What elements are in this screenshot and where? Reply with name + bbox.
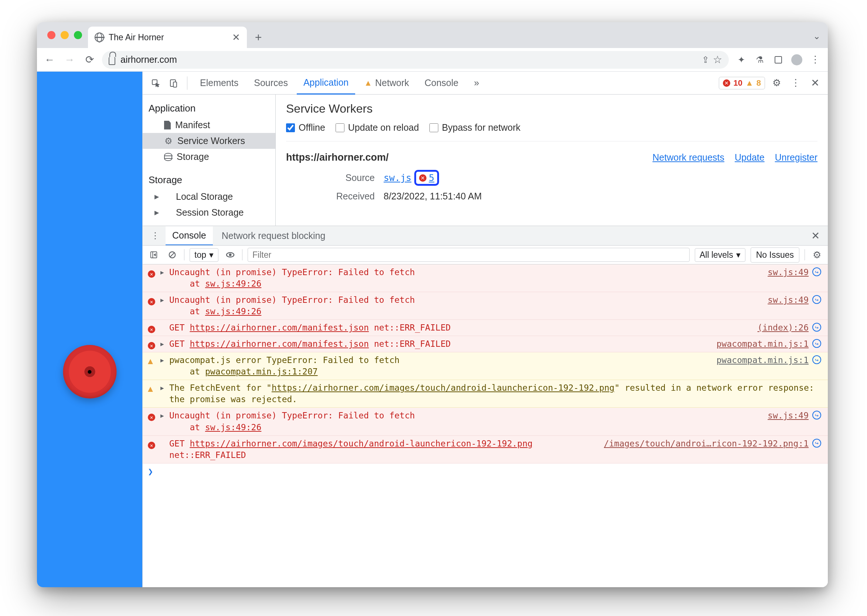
sw-source-link[interactable]: sw.js	[384, 173, 411, 183]
application-panel: Application Manifest ⚙Service Workers St…	[143, 94, 828, 226]
log-source-link[interactable]: sw.js:49	[768, 294, 809, 305]
tab-elements[interactable]: Elements	[193, 72, 245, 94]
navigate-icon[interactable]: ↪	[812, 355, 823, 364]
tabs-more-icon[interactable]: »	[467, 72, 486, 94]
console-sidebar-toggle[interactable]	[147, 248, 161, 261]
grid-icon	[164, 193, 172, 201]
navigate-icon[interactable]: ↪	[812, 322, 823, 332]
sw-options: Offline Update on reload Bypass for netw…	[286, 122, 818, 141]
sidebar-item-manifest[interactable]: Manifest	[143, 117, 275, 133]
update-on-reload-checkbox[interactable]: Update on reload	[336, 122, 419, 133]
devtools-tabs: Elements Sources Application ▲Network Co…	[143, 72, 828, 94]
extensions-icon[interactable]: ✦	[734, 52, 749, 67]
log-message: GET https://airhorner.com/images/touch/a…	[169, 438, 600, 461]
sidebar-item-session-storage[interactable]: ▶Session Storage	[143, 204, 275, 220]
drawer-tab-console[interactable]: Console	[166, 226, 213, 245]
device-toggle-icon[interactable]	[166, 79, 181, 88]
disclosure-icon[interactable]: ▶	[161, 382, 166, 391]
share-icon[interactable]: ⇪	[702, 55, 709, 65]
panel-title: Service Workers	[286, 102, 818, 116]
network-requests-link[interactable]: Network requests	[653, 152, 725, 163]
unregister-link[interactable]: Unregister	[775, 152, 818, 163]
clear-console-icon[interactable]	[166, 248, 179, 261]
minimize-window[interactable]	[61, 31, 69, 39]
log-source-link[interactable]: pwacompat.min.js:1	[717, 355, 809, 365]
airhorn-button[interactable]	[63, 345, 117, 399]
disclosure-icon[interactable]: ▶	[161, 294, 166, 303]
tab-sources[interactable]: Sources	[247, 72, 295, 94]
back-button[interactable]: ←	[42, 52, 57, 67]
app-content	[37, 72, 142, 587]
navigate-icon[interactable]: ↪	[812, 294, 823, 304]
update-link[interactable]: Update	[735, 152, 765, 163]
sidebar-item-storage[interactable]: Storage	[143, 149, 275, 165]
log-source-link[interactable]: sw.js:49	[768, 267, 809, 277]
console-warning-row: ▲▶The FetchEvent for "https://airhorner.…	[143, 380, 828, 408]
address-bar[interactable]: airhorner.com ⇪ ☆	[102, 51, 729, 69]
context-selector[interactable]: top▾	[189, 248, 218, 262]
log-source-link[interactable]: pwacompat.min.js:1	[717, 338, 809, 349]
tab-console[interactable]: Console	[418, 72, 465, 94]
disclosure-icon	[161, 438, 166, 440]
toolbar: ← → ⟳ airhorner.com ⇪ ☆ ✦ ⚗ ⋮	[37, 48, 828, 72]
tab-application[interactable]: Application	[297, 72, 355, 94]
navigate-icon[interactable]: ↪	[812, 438, 823, 448]
labs-icon[interactable]: ⚗	[752, 52, 767, 67]
sidebar-item-local-storage[interactable]: ▶Local Storage	[143, 189, 275, 204]
devtools-menu-icon[interactable]: ⋮	[788, 77, 804, 89]
log-source-link[interactable]: /images/touch/androi…ricon-192-192.png:1	[604, 438, 809, 448]
disclosure-icon[interactable]: ▶	[161, 410, 166, 419]
console-prompt[interactable]: ❯	[143, 464, 828, 480]
issue-counter[interactable]: ✕10 ▲8	[719, 77, 765, 90]
tabs-overflow-icon[interactable]: ⌄	[813, 31, 820, 41]
devtools: Elements Sources Application ▲Network Co…	[142, 72, 828, 587]
console-error-row: ✕▶Uncaught (in promise) TypeError: Faile…	[143, 264, 828, 292]
maximize-window[interactable]	[74, 31, 82, 39]
log-source-link[interactable]: (index):26	[758, 322, 809, 332]
browser-tab[interactable]: The Air Horner ✕	[88, 27, 247, 48]
issues-button[interactable]: No Issues	[750, 247, 799, 262]
toolbar-right: ✦ ⚗ ⋮	[734, 52, 823, 67]
sidebar-header-storage: Storage	[143, 171, 275, 189]
disclosure-icon[interactable]: ▶	[161, 338, 166, 347]
bookmark-icon[interactable]: ☆	[713, 53, 722, 66]
error-icon: ✕	[148, 338, 157, 349]
sw-origin: https://airhorner.com/	[286, 152, 389, 163]
navigate-icon[interactable]: ↪	[812, 267, 823, 276]
sidebar-item-service-workers[interactable]: ⚙Service Workers	[143, 133, 275, 149]
sidepanel-icon[interactable]	[771, 52, 786, 67]
browser-menu-icon[interactable]: ⋮	[808, 52, 823, 67]
navigate-icon[interactable]: ↪	[812, 410, 823, 420]
tab-close-icon[interactable]: ✕	[232, 32, 240, 43]
tab-strip: The Air Horner ✕ + ⌄	[37, 22, 828, 48]
sw-error-count[interactable]: 5	[429, 173, 434, 183]
navigate-icon[interactable]: ↪	[812, 338, 823, 348]
drawer-menu-icon[interactable]: ⋮	[147, 231, 163, 241]
error-icon: ✕	[148, 438, 157, 449]
drawer-tab-nrb[interactable]: Network request blocking	[215, 226, 332, 245]
inspect-icon[interactable]	[148, 79, 163, 88]
tab-network[interactable]: ▲Network	[357, 72, 415, 94]
bypass-checkbox[interactable]: Bypass for network	[429, 122, 521, 133]
console-filter-input[interactable]	[247, 248, 690, 262]
error-icon: ✕	[419, 174, 427, 182]
offline-checkbox[interactable]: Offline	[286, 122, 325, 133]
reload-button[interactable]: ⟳	[82, 52, 97, 67]
devtools-drawer: ⋮ Console Network request blocking ✕ top…	[143, 226, 828, 587]
disclosure-icon[interactable]: ▶	[161, 267, 166, 276]
live-expression-icon[interactable]	[224, 248, 237, 261]
log-source-link[interactable]: sw.js:49	[768, 410, 809, 420]
log-levels-selector[interactable]: All levels▾	[695, 248, 746, 262]
devtools-close-icon[interactable]: ✕	[807, 77, 823, 89]
profile-avatar[interactable]	[790, 52, 804, 67]
console-settings-icon[interactable]: ⚙	[810, 248, 823, 261]
disclosure-icon[interactable]: ▶	[161, 355, 166, 364]
file-icon	[164, 121, 171, 130]
settings-icon[interactable]: ⚙	[769, 77, 784, 89]
drawer-close-icon[interactable]: ✕	[807, 230, 823, 242]
console-error-row: ✕GET https://airhorner.com/images/touch/…	[143, 436, 828, 464]
sw-error-highlight[interactable]: ✕ 5	[414, 170, 439, 186]
new-tab-button[interactable]: +	[249, 28, 268, 47]
warning-icon: ▲	[148, 382, 157, 393]
close-window[interactable]	[47, 31, 55, 39]
